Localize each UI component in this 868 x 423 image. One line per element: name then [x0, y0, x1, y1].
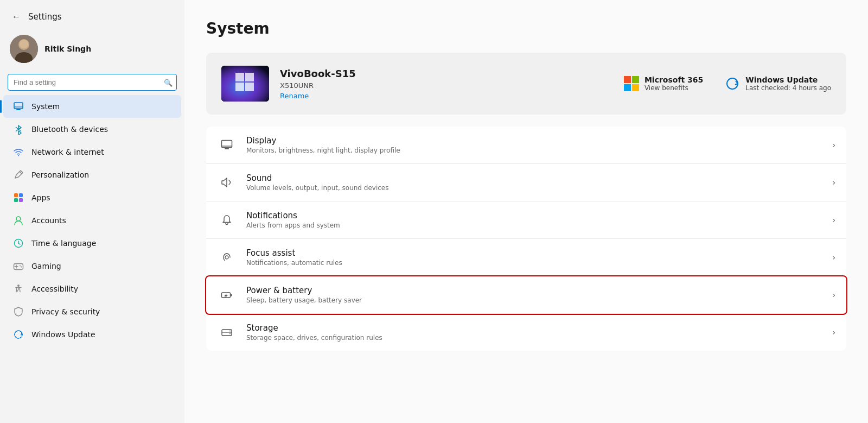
privacy-icon: [13, 306, 24, 317]
notifications-text: Notifications Alerts from apps and syste…: [246, 211, 827, 229]
accounts-icon: [13, 215, 24, 226]
sidebar-item-label-time: Time & language: [31, 239, 96, 248]
network-icon: [13, 147, 24, 157]
power-battery-icon: [217, 285, 237, 305]
sound-desc: Volume levels, output, input, sound devi…: [246, 184, 827, 192]
sidebar-item-privacy[interactable]: Privacy & security: [3, 300, 181, 323]
svg-rect-27: [632, 76, 639, 83]
settings-item-display[interactable]: Display Monitors, brightness, night ligh…: [206, 127, 846, 164]
storage-text: Storage Storage space, drives, configura…: [246, 323, 827, 342]
sidebar-item-gaming[interactable]: Gaming: [3, 255, 181, 277]
sidebar-title: Settings: [28, 12, 62, 22]
display-text: Display Monitors, brightness, night ligh…: [246, 136, 827, 154]
sidebar-item-label-personalization: Personalization: [31, 171, 89, 179]
device-actions: Microsoft 365 View benefits Windows Upda…: [624, 75, 831, 92]
ms365-subtitle[interactable]: View benefits: [644, 84, 703, 92]
gaming-icon: [13, 261, 24, 272]
svg-rect-10: [14, 198, 18, 202]
svg-point-7: [18, 155, 19, 156]
windows-update-action[interactable]: Windows Update Last checked: 4 hours ago: [725, 75, 831, 92]
device-model: X510UNR: [280, 81, 356, 90]
sidebar-item-label-bluetooth: Bluetooth & devices: [31, 125, 108, 134]
sidebar: ← Settings Ritik Singh 🔍 System: [0, 0, 184, 423]
sidebar-item-label-windows-update: Windows Update: [31, 330, 95, 339]
storage-chevron: ›: [832, 328, 835, 337]
notifications-desc: Alerts from apps and system: [246, 222, 827, 229]
settings-item-power-battery[interactable]: Power & battery Sleep, battery usage, ba…: [206, 276, 846, 314]
sound-icon: [217, 173, 237, 192]
sidebar-item-label-apps: Apps: [31, 193, 50, 202]
sidebar-header: ← Settings: [0, 0, 184, 29]
sidebar-item-personalization[interactable]: Personalization: [3, 163, 181, 186]
windows-update-action-icon: [725, 76, 740, 91]
storage-desc: Storage space, drives, configuration rul…: [246, 334, 827, 342]
avatar: [10, 35, 38, 63]
svg-rect-25: [245, 83, 254, 91]
device-card: VivoBook-S15 X510UNR Rename Microsoft 36…: [206, 53, 846, 115]
power-battery-name: Power & battery: [246, 286, 827, 295]
windows-update-action-title: Windows Update: [745, 75, 831, 84]
sidebar-nav: System Bluetooth & devices Network & int…: [0, 95, 184, 346]
device-thumb-svg: [221, 66, 269, 102]
sidebar-item-apps[interactable]: Apps: [3, 186, 181, 209]
focus-assist-chevron: ›: [832, 253, 835, 262]
windows-update-action-subtitle: Last checked: 4 hours ago: [745, 84, 831, 92]
sound-name: Sound: [246, 173, 827, 183]
svg-rect-5: [16, 109, 21, 110]
search-input[interactable]: [8, 74, 177, 91]
device-rename-link[interactable]: Rename: [280, 92, 356, 100]
svg-rect-23: [245, 73, 254, 81]
power-battery-desc: Sleep, battery usage, battery saver: [246, 296, 827, 304]
focus-assist-name: Focus assist: [246, 248, 827, 258]
sound-chevron: ›: [832, 178, 835, 187]
svg-rect-8: [14, 193, 18, 197]
svg-rect-24: [235, 83, 244, 91]
accessibility-icon: [13, 283, 24, 294]
svg-rect-28: [624, 84, 631, 91]
settings-item-storage[interactable]: Storage Storage space, drives, configura…: [206, 314, 846, 351]
svg-rect-9: [19, 193, 23, 197]
display-chevron: ›: [832, 141, 835, 149]
back-button[interactable]: ←: [10, 10, 23, 24]
display-icon: [217, 135, 237, 155]
sidebar-item-label-privacy: Privacy & security: [31, 307, 100, 316]
sidebar-item-bluetooth[interactable]: Bluetooth & devices: [3, 118, 181, 141]
svg-point-12: [16, 217, 21, 221]
sidebar-item-label-network: Network & internet: [31, 148, 104, 156]
system-icon: [13, 101, 24, 112]
bluetooth-icon: [13, 124, 24, 135]
sidebar-item-time[interactable]: Time & language: [3, 232, 181, 255]
device-details: VivoBook-S15 X510UNR Rename: [280, 68, 356, 100]
sidebar-item-network[interactable]: Network & internet: [3, 141, 181, 163]
ms365-icon: [624, 76, 639, 91]
ms365-action[interactable]: Microsoft 365 View benefits: [624, 75, 703, 92]
sidebar-item-label-system: System: [31, 102, 60, 111]
svg-rect-22: [235, 73, 244, 81]
settings-list: Display Monitors, brightness, night ligh…: [206, 127, 846, 351]
svg-rect-11: [19, 198, 23, 202]
sidebar-item-label-gaming: Gaming: [31, 262, 61, 270]
settings-item-sound[interactable]: Sound Volume levels, output, input, soun…: [206, 164, 846, 201]
user-profile: Ritik Singh: [0, 29, 184, 72]
notifications-name: Notifications: [246, 211, 827, 220]
windows-update-icon: [13, 329, 24, 340]
sidebar-item-accessibility[interactable]: Accessibility: [3, 277, 181, 300]
sidebar-item-windows-update[interactable]: Windows Update: [3, 323, 181, 346]
search-box: 🔍: [8, 74, 177, 91]
sidebar-item-system[interactable]: System: [3, 95, 181, 118]
personalization-icon: [13, 169, 24, 180]
svg-rect-4: [14, 103, 23, 109]
main-content: System: [184, 0, 868, 423]
sidebar-item-label-accessibility: Accessibility: [31, 285, 78, 293]
sidebar-item-accounts[interactable]: Accounts: [3, 209, 181, 232]
settings-item-notifications[interactable]: Notifications Alerts from apps and syste…: [206, 201, 846, 239]
svg-point-19: [17, 285, 20, 287]
svg-point-3: [20, 40, 28, 48]
ms365-title: Microsoft 365: [644, 75, 703, 84]
settings-item-focus-assist[interactable]: Focus assist Notifications, automatic ru…: [206, 239, 846, 276]
focus-assist-text: Focus assist Notifications, automatic ru…: [246, 248, 827, 267]
apps-icon: [13, 192, 24, 203]
svg-point-39: [229, 333, 231, 334]
device-thumbnail: [221, 66, 269, 102]
windows-update-action-text: Windows Update Last checked: 4 hours ago: [745, 75, 831, 92]
